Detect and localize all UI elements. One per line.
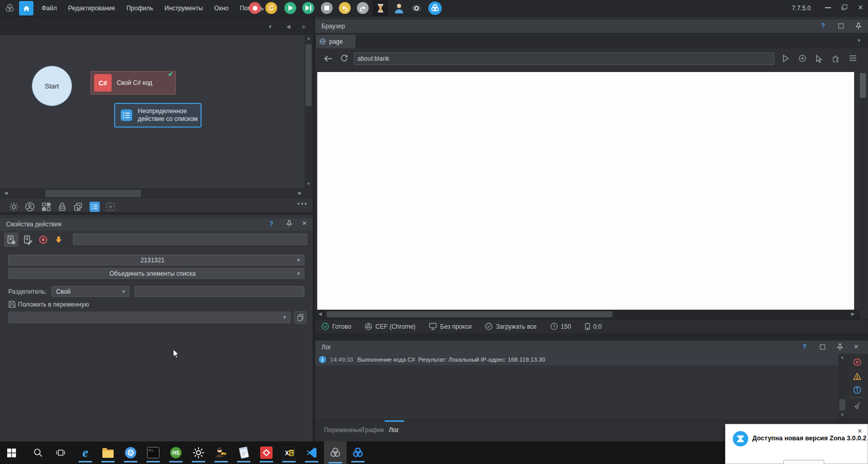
lock-icon[interactable] — [57, 202, 67, 212]
notification-button-partial[interactable] — [783, 460, 824, 464]
stop-button[interactable] — [321, 2, 333, 14]
pin-icon[interactable] — [286, 220, 293, 227]
help-icon[interactable]: ? — [803, 343, 806, 350]
action-settings-icon[interactable] — [4, 233, 19, 247]
tab-log[interactable]: Лог — [389, 426, 399, 434]
browser-viewport[interactable] — [317, 72, 854, 310]
log-splitter[interactable] — [315, 333, 868, 341]
action-comment-input[interactable] — [74, 236, 307, 243]
list-action-block[interactable]: Неопределенноедействие со списком — [114, 103, 202, 128]
scroll-left-icon[interactable]: ◀ — [4, 191, 8, 195]
reload-icon[interactable] — [340, 55, 348, 62]
tab-scroll-left-icon[interactable]: ◀ — [286, 24, 291, 29]
action-comment-field[interactable] — [73, 234, 308, 245]
update-notification[interactable]: Доступна новая версия Zona 3.0.0.2 ✕ — [725, 424, 868, 464]
maximize-panel-icon[interactable] — [838, 23, 844, 29]
log-errors-filter-icon[interactable] — [853, 358, 861, 366]
scroll-up-icon[interactable]: ▲ — [840, 355, 844, 360]
status-engine[interactable]: CEF (Chrome) — [365, 323, 415, 330]
tab-scroll-right-icon[interactable]: ▶ — [302, 24, 306, 29]
close-panel-icon[interactable]: ✕ — [854, 343, 859, 350]
separator-dropdown[interactable]: Свой▼ — [51, 286, 130, 297]
action-name-dropdown[interactable]: 2131321▼ — [8, 255, 304, 265]
menu-profile[interactable]: Профиль — [126, 5, 154, 12]
taskbar-key-manager[interactable] — [210, 442, 232, 463]
add-action-icon[interactable] — [105, 202, 116, 212]
tab-traffic[interactable]: Трафик — [361, 426, 384, 434]
tab-list-dropdown-icon[interactable]: ▼ — [268, 25, 273, 29]
home-button[interactable] — [19, 1, 33, 15]
taskbar-zennoposter-active[interactable] — [324, 441, 347, 464]
address-bar[interactable] — [354, 52, 774, 65]
record-action-icon[interactable] — [36, 233, 50, 247]
snapshot-icon[interactable] — [73, 202, 83, 212]
help-icon[interactable]: ? — [821, 22, 825, 29]
tab-variables[interactable]: Переменные — [324, 426, 363, 434]
restart-button[interactable] — [265, 2, 277, 14]
log-info-filter-icon[interactable] — [853, 386, 861, 394]
scroll-right-icon[interactable]: ▶ — [851, 312, 855, 316]
notification-close-icon[interactable]: ✕ — [857, 427, 862, 435]
clear-log-icon[interactable] — [853, 401, 861, 409]
play-to-end-button[interactable] — [302, 2, 314, 14]
taskbar-notes[interactable] — [232, 442, 255, 463]
start-button[interactable] — [0, 442, 23, 463]
taskbar-internet-explorer[interactable]: e — [74, 442, 97, 463]
minimize-button[interactable] — [825, 7, 831, 8]
browser-tab-page[interactable]: page — [315, 34, 356, 48]
separator-custom-input[interactable] — [135, 288, 304, 295]
task-view-button[interactable] — [49, 442, 72, 463]
canvas-hscrollbar[interactable]: ◀ ▶ — [0, 188, 313, 199]
record-button[interactable] — [249, 2, 261, 14]
close-window-button[interactable]: ✕ — [858, 4, 863, 11]
log-entry[interactable]: 14:49:33 Выполнение кода C# Результат: Л… — [315, 354, 838, 365]
help-icon[interactable]: ? — [269, 220, 273, 227]
flowchart-canvas[interactable]: Start C# Свой C# код ✔ Неопределенноедей… — [0, 35, 304, 188]
url-input[interactable] — [354, 55, 774, 62]
scroll-right-icon[interactable]: ▶ — [298, 191, 302, 195]
run-page-icon[interactable] — [782, 55, 789, 62]
logo-blue-button[interactable] — [428, 2, 442, 15]
pin-icon[interactable] — [855, 23, 862, 30]
canvas-vscrollbar[interactable]: ▲ ▼ — [304, 35, 313, 188]
log-warnings-filter-icon[interactable] — [853, 372, 861, 380]
taskbar-hs-app[interactable]: HS — [165, 442, 187, 463]
taskbar-chromium[interactable] — [119, 442, 142, 463]
insert-arrow-icon[interactable] — [51, 233, 66, 247]
taskbar-red-app[interactable] — [255, 442, 278, 463]
user-button[interactable] — [393, 2, 405, 14]
scroll-up-icon[interactable]: ▲ — [306, 37, 311, 41]
taskbar-settings[interactable] — [187, 442, 210, 463]
close-panel-icon[interactable]: ✕ — [302, 220, 307, 227]
status-proxy[interactable]: Без прокси — [429, 323, 472, 330]
browser-vscrollbar[interactable] — [859, 72, 867, 310]
back-icon[interactable] — [324, 55, 333, 62]
modules-icon[interactable] — [41, 202, 51, 212]
extension-icon[interactable] — [832, 55, 840, 62]
taskbar-xe-app[interactable]: XE — [278, 442, 300, 463]
status-timeout[interactable]: 150 — [550, 323, 571, 330]
scroll-down-icon[interactable]: ▼ — [306, 182, 311, 186]
menu-tools[interactable]: Инструменты — [164, 5, 204, 12]
settings-icon[interactable] — [9, 202, 19, 212]
menu-edit[interactable]: Редактирование — [68, 5, 116, 12]
profile-icon[interactable] — [25, 202, 35, 212]
taskbar-vscode[interactable] — [300, 442, 323, 463]
more-options-icon[interactable]: ••• — [297, 200, 308, 208]
hourglass-button[interactable] — [373, 1, 388, 16]
copy-variable-button[interactable] — [294, 311, 306, 324]
start-node[interactable]: Start — [32, 66, 72, 106]
taskbar-terminal[interactable]: C:\_ — [142, 442, 165, 463]
csharp-action-block[interactable]: C# Свой C# код ✔ — [91, 71, 176, 95]
redo-button[interactable] — [357, 2, 369, 14]
list-actions-icon[interactable] — [89, 201, 100, 212]
scroll-left-icon[interactable]: ◀ — [318, 312, 322, 316]
menu-icon[interactable] — [849, 55, 857, 61]
maximize-button[interactable] — [841, 4, 847, 10]
log-vscrollbar[interactable]: ▲ ▼ — [838, 354, 846, 420]
play-button[interactable] — [284, 2, 296, 14]
search-button[interactable] — [27, 442, 49, 463]
eye-button[interactable] — [411, 4, 422, 12]
taskbar-zennoposter[interactable] — [347, 442, 369, 463]
status-load-mode[interactable]: Загружать все — [485, 323, 536, 330]
